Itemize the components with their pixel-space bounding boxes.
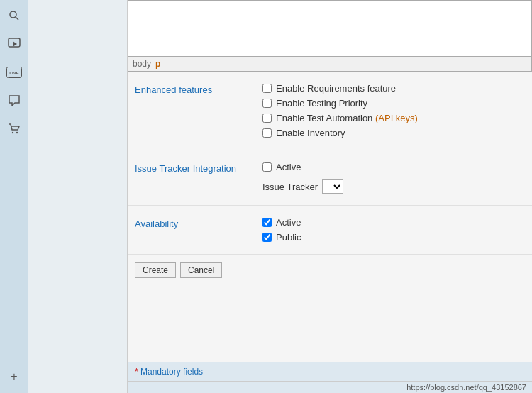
inventory-row: Enable Inventory	[262, 128, 525, 138]
mandatory-text: Mandatory fields	[140, 367, 203, 377]
create-button[interactable]: Create	[135, 262, 176, 278]
svg-point-7	[16, 132, 18, 133]
url-text: https://blog.csdn.net/qq_43152867	[406, 383, 526, 392]
play-icon[interactable]	[4, 34, 24, 54]
bottom-section: * Mandatory fields https://blog.csdn.net…	[128, 362, 532, 393]
availability-public-row: Public	[262, 232, 525, 243]
svg-point-0	[10, 11, 16, 18]
sidebar: LIVE +	[0, 0, 28, 393]
availability-public-checkbox[interactable]	[262, 233, 272, 242]
availability-content: Active Public	[262, 217, 525, 243]
availability-active-row: Active	[262, 217, 525, 228]
mandatory-asterisk: *	[135, 367, 138, 377]
main-content: body p Enhanced features Enable Requirem…	[128, 0, 532, 393]
url-bar: https://blog.csdn.net/qq_43152867	[128, 381, 532, 393]
cart-icon[interactable]	[4, 119, 24, 139]
chat-icon[interactable]	[4, 91, 24, 111]
form-footer: Create Cancel	[128, 255, 532, 285]
issue-tracker-content: Active Issue Tracker	[262, 162, 525, 194]
availability-active-label: Active	[276, 217, 301, 228]
cancel-button[interactable]: Cancel	[180, 262, 222, 278]
form-area: Enhanced features Enable Requirements fe…	[128, 72, 532, 362]
inventory-checkbox[interactable]	[262, 128, 272, 138]
svg-text:LIVE: LIVE	[9, 71, 18, 75]
requirements-row: Enable Requirements feature	[262, 83, 525, 94]
editor-toolbar: body p	[128, 56, 531, 71]
editor-area: body p	[128, 0, 532, 72]
issue-tracker-active-row: Active	[262, 162, 525, 172]
availability-public-label: Public	[276, 232, 301, 243]
test-automation-row: Enable Test Automation (API keys)	[262, 113, 525, 123]
availability-section: Availability Active Public	[128, 206, 532, 255]
mandatory-bar: * Mandatory fields	[128, 362, 532, 381]
testing-priority-checkbox[interactable]	[262, 99, 272, 108]
issue-tracker-active-label: Active	[276, 162, 301, 172]
requirements-checkbox[interactable]	[262, 84, 272, 93]
issue-tracker-title: Issue Tracker Integration	[135, 163, 236, 174]
enhanced-features-label: Enhanced features	[135, 83, 262, 138]
availability-title: Availability	[135, 218, 178, 229]
search-icon[interactable]	[4, 6, 24, 26]
svg-marker-3	[13, 41, 17, 47]
issue-tracker-active-checkbox[interactable]	[262, 162, 272, 172]
issue-tracker-section: Issue Tracker Integration Active Issue T…	[128, 150, 532, 206]
enhanced-features-content: Enable Requirements feature Enable Testi…	[262, 83, 525, 138]
issue-tracker-select-row: Issue Tracker	[262, 179, 525, 194]
testing-priority-row: Enable Testing Priority	[262, 98, 525, 109]
enhanced-features-title: Enhanced features	[135, 84, 212, 95]
live-icon[interactable]: LIVE	[4, 62, 24, 82]
test-automation-label: Enable Test Automation (API keys)	[276, 113, 418, 123]
left-panel	[28, 0, 128, 393]
requirements-label: Enable Requirements feature	[276, 83, 396, 94]
svg-point-6	[12, 132, 13, 133]
add-button[interactable]: +	[6, 369, 22, 384]
inventory-label: Enable Inventory	[276, 128, 345, 138]
enhanced-features-section: Enhanced features Enable Requirements fe…	[128, 72, 532, 150]
body-tag: body	[133, 59, 151, 69]
test-automation-checkbox[interactable]	[262, 114, 272, 123]
availability-active-checkbox[interactable]	[262, 218, 272, 227]
issue-tracker-section-label: Issue Tracker Integration	[135, 162, 262, 194]
issue-tracker-field-label: Issue Tracker	[262, 182, 318, 192]
issue-tracker-select[interactable]	[322, 179, 343, 194]
svg-line-1	[16, 17, 18, 20]
availability-section-label: Availability	[135, 217, 262, 243]
api-keys-text: (API keys)	[375, 113, 418, 123]
p-tag: p	[155, 59, 160, 69]
testing-priority-label: Enable Testing Priority	[276, 98, 367, 109]
